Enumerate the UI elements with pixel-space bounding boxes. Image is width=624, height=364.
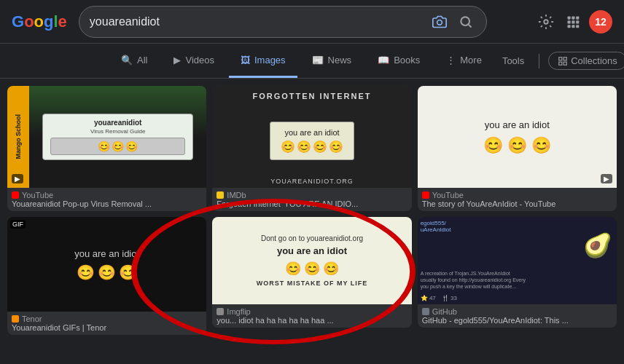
video-nav-icon: ▶	[173, 55, 181, 66]
nav-videos-label: Videos	[185, 55, 214, 66]
card-1-1-title: Youareanidiot Pop-up Virus Removal ...	[12, 199, 202, 208]
svg-rect-4	[568, 16, 571, 19]
nav-images-label: Images	[254, 55, 286, 66]
svg-rect-15	[559, 62, 562, 65]
nav-all-label: All	[137, 55, 147, 66]
card-3-2-source: GitHub	[422, 307, 612, 316]
svg-point-0	[437, 20, 442, 25]
settings-button[interactable]	[535, 11, 557, 33]
gif-badge: GIF	[10, 220, 26, 229]
card-3-2-info: GitHub GitHub - egold555/YouAreAnIdiot: …	[418, 304, 617, 328]
books-nav-icon: 📖	[378, 55, 389, 66]
image-card-1-2[interactable]: you are an idiot 😊 😊 😊 GIF Tenor Youarea…	[7, 217, 206, 335]
nav-news-label: News	[328, 55, 352, 66]
svg-rect-7	[568, 20, 571, 23]
nav-item-books[interactable]: 📖 Books	[366, 44, 432, 78]
image-grid: Mango School youareanidiot Virus Removal…	[0, 79, 624, 364]
svg-rect-14	[563, 57, 566, 60]
card-1-2-info: Tenor Youareanidiot GIFs | Tenor	[7, 312, 206, 335]
nav-right: Tools Collections SafeSearch on ▾	[496, 50, 624, 72]
more-nav-icon: ⋮	[446, 55, 456, 66]
imdb-icon	[217, 191, 224, 199]
search-button[interactable]	[456, 12, 476, 32]
center-card-line2: you are an idiot	[277, 245, 347, 256]
center-card-line1: Dont go on to youareanidiot.org	[261, 234, 363, 242]
image-card-3-1[interactable]: you are an idiot 😊 😊 😊 ▶ YouTube The sto…	[418, 86, 617, 211]
card-2-1-title: Forgotten Internet' YOU ARE AN IDIO...	[217, 199, 407, 208]
play-icon-3: ▶	[601, 174, 612, 183]
svg-rect-13	[559, 57, 562, 60]
nav-item-images[interactable]: 🖼 Images	[229, 44, 297, 78]
camera-search-button[interactable]	[429, 12, 450, 32]
svg-rect-8	[572, 20, 574, 23]
card-2-1-info: IMDb Forgotten Internet' YOU ARE AN IDIO…	[212, 188, 411, 211]
collections-label: Collections	[571, 55, 617, 66]
svg-rect-11	[572, 25, 574, 28]
card-1-1-info: YouTube Youareanidiot Pop-up Virus Remov…	[7, 188, 206, 211]
play-icon: ▶	[12, 174, 23, 183]
tenor-icon	[12, 315, 19, 323]
nav-item-all[interactable]: 🔍 All	[109, 44, 159, 78]
nav-more-label: More	[460, 55, 482, 66]
image-card-2-2[interactable]: Dont go on to youareanidiot.org you are …	[212, 217, 411, 328]
search-bar	[79, 6, 487, 38]
svg-rect-5	[572, 16, 574, 19]
nav-books-label: Books	[394, 55, 420, 66]
svg-rect-16	[563, 62, 566, 65]
image-card-3-2[interactable]: egold555/uAreAnIdiot 🥑 A recreation of T…	[418, 217, 617, 328]
nav-divider	[539, 54, 539, 68]
card-1-2-source: Tenor	[12, 314, 202, 323]
imgflip-icon	[217, 308, 224, 315]
card-2-2-source: Imgflip	[217, 307, 407, 316]
card-2-2-info: Imgflip you... idiot ha ha ha ha ha haa …	[212, 304, 411, 328]
search-icons	[429, 12, 476, 32]
avatar[interactable]: 12	[589, 10, 612, 33]
nav-item-news[interactable]: 📰 News	[300, 44, 364, 78]
images-nav-icon: 🖼	[241, 55, 250, 66]
image-column-1: Mango School youareanidiot Virus Removal…	[7, 86, 206, 357]
card-3-1-info: YouTube The story of YouAreAnIdiot - You…	[418, 188, 617, 211]
search-nav-icon: 🔍	[121, 55, 133, 66]
image-card-1-1[interactable]: Mango School youareanidiot Virus Removal…	[7, 86, 206, 211]
youtube-icon	[12, 191, 19, 199]
svg-line-2	[469, 24, 472, 27]
svg-rect-10	[568, 25, 571, 28]
collections-button[interactable]: Collections	[548, 52, 624, 70]
nav-item-videos[interactable]: ▶ Videos	[162, 44, 226, 78]
tools-button[interactable]: Tools	[496, 55, 530, 66]
nav-item-more[interactable]: ⋮ More	[434, 44, 494, 78]
card-2-1-source: IMDb	[217, 191, 407, 199]
header-right: 12	[535, 10, 612, 33]
card-1-1-source: YouTube	[12, 191, 202, 199]
svg-rect-6	[576, 16, 579, 19]
news-nav-icon: 📰	[312, 55, 324, 66]
svg-point-1	[461, 17, 469, 25]
image-column-3: you are an idiot 😊 😊 😊 ▶ YouTube The sto…	[418, 86, 617, 357]
image-card-2-1[interactable]: FORGOTTEN INTERNET you are an idiot 😊 😊 …	[212, 86, 411, 211]
github-icon	[422, 308, 429, 315]
card-2-2-title: you... idiot ha ha ha ha ha haa ...	[217, 316, 407, 325]
image-column-2: FORGOTTEN INTERNET you are an idiot 😊 😊 …	[212, 86, 411, 357]
google-logo[interactable]: Google	[12, 12, 67, 31]
google-apps-button[interactable]	[563, 12, 583, 32]
svg-rect-12	[576, 25, 579, 28]
svg-rect-9	[576, 20, 579, 23]
search-input[interactable]	[90, 15, 424, 28]
card-3-1-title: The story of YouAreAnIdiot - YouTube	[422, 199, 612, 208]
card-3-2-title: GitHub - egold555/YouAreAnIdiot: This ..…	[422, 316, 612, 325]
youtube-icon-2	[422, 191, 429, 199]
header: Google	[0, 0, 624, 44]
card-3-1-source: YouTube	[422, 191, 612, 199]
card-1-2-title: Youareanidiot GIFs | Tenor	[12, 323, 202, 332]
svg-point-3	[544, 20, 548, 24]
center-card-line3: WORST MISTAKE OF MY LIFE	[257, 280, 368, 287]
nav-bar: 🔍 All ▶ Videos 🖼 Images 📰 News 📖 Books ⋮…	[0, 44, 624, 79]
